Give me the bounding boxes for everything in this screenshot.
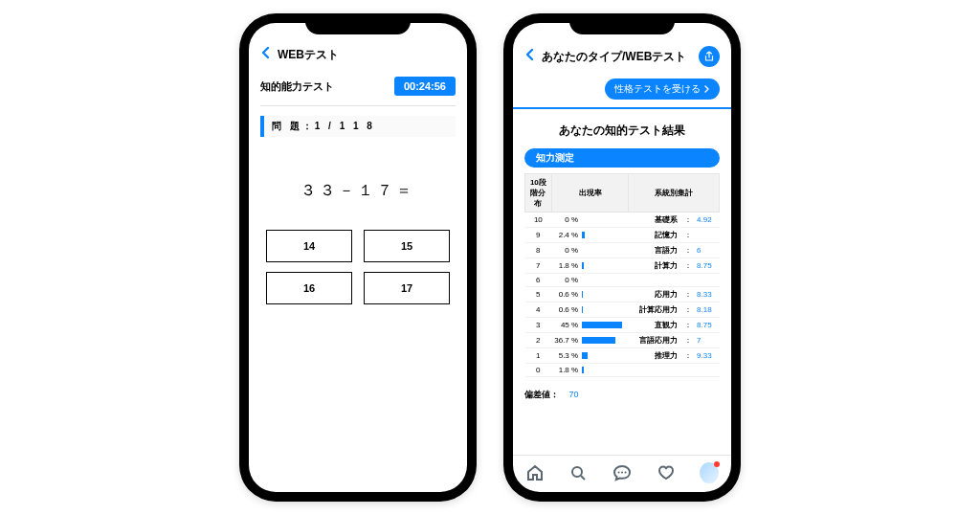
answer-option-2[interactable]: 15 (364, 230, 450, 262)
chevron-right-icon (704, 85, 710, 93)
row-bar (582, 322, 622, 328)
table-row: 71.8 %計算力：8.75 (525, 258, 720, 274)
row-bar-cell (580, 364, 629, 377)
col-rate: 出現率 (551, 174, 629, 213)
row-level: 2 (525, 333, 552, 348)
row-level: 7 (525, 258, 552, 274)
row-sep: ： (681, 302, 695, 318)
row-sep (681, 274, 695, 287)
question-counter: 問 題：1 / 1 1 8 (260, 116, 456, 137)
row-percent: 45 % (551, 318, 580, 333)
row-sep (681, 364, 695, 377)
row-bar-cell (580, 333, 629, 348)
row-bar-cell (580, 302, 629, 318)
back-chevron-icon[interactable] (524, 48, 536, 65)
row-percent: 2.4 % (551, 228, 580, 243)
row-bar-cell (580, 348, 629, 364)
answer-option-3[interactable]: 16 (266, 272, 352, 304)
row-category: 計算応用力 (629, 302, 681, 318)
col-group: 系統別集計 (629, 174, 720, 213)
row-category: 応用力 (629, 287, 681, 302)
personality-test-button[interactable]: 性格テストを受ける (605, 78, 720, 100)
row-level: 3 (525, 318, 552, 333)
share-button[interactable] (699, 46, 720, 67)
home-icon[interactable] (525, 463, 545, 482)
row-percent: 0 % (551, 274, 580, 287)
notch (305, 13, 411, 34)
table-row: 345 %直観力：8.75 (525, 318, 720, 333)
chat-icon[interactable] (612, 463, 632, 482)
search-icon[interactable] (568, 463, 588, 482)
phone-test: WEBテスト 知的能力テスト 00:24:56 問 題：1 / 1 1 8 ３３… (239, 13, 477, 502)
table-row: 01.8 % (525, 364, 720, 377)
row-level: 4 (525, 302, 552, 318)
row-bar (582, 367, 584, 373)
row-sep: ： (681, 348, 695, 364)
answer-option-4[interactable]: 17 (364, 272, 450, 304)
row-category: 基礎系 (629, 213, 681, 228)
screen-test: WEBテスト 知的能力テスト 00:24:56 問 題：1 / 1 1 8 ３３… (249, 23, 467, 492)
back-chevron-icon[interactable] (260, 46, 272, 63)
row-sep: ： (681, 228, 695, 243)
row-value: 9.33 (695, 348, 719, 364)
row-level: 0 (525, 364, 552, 377)
page-title: WEBテスト (278, 47, 339, 63)
heart-icon[interactable] (657, 463, 676, 482)
row-category: 直観力 (629, 318, 681, 333)
row-value: 8.75 (695, 258, 719, 274)
results-title: あなたの知的テスト結果 (513, 109, 731, 148)
row-bar-cell (580, 258, 629, 274)
row-level: 8 (525, 243, 552, 258)
answers-grid: 14 15 16 17 (249, 230, 467, 304)
row-level: 10 (525, 213, 552, 228)
divider (260, 105, 456, 106)
answer-option-1[interactable]: 14 (266, 230, 352, 262)
section-tag: 知力測定 (524, 148, 720, 168)
timer: 00:24:56 (394, 77, 456, 96)
row-percent: 0.6 % (551, 302, 580, 318)
row-category (629, 274, 681, 287)
screen-results: あなたのタイプ/WEBテスト 性格テストを受ける あなたの知的テスト結果 知力測… (513, 23, 731, 492)
table-row: 80 %言語力：6 (525, 243, 720, 258)
row-percent: 0.6 % (551, 287, 580, 302)
row-percent: 1.8 % (551, 364, 580, 377)
table-row: 50.6 %応用力：8.33 (525, 287, 720, 302)
row-category: 言語力 (629, 243, 681, 258)
col-level: 10段階分布 (525, 174, 552, 213)
table-row: 15.3 %推理力：9.33 (525, 348, 720, 364)
row-sep: ： (681, 318, 695, 333)
row-category: 推理力 (629, 348, 681, 364)
row-bar (582, 352, 588, 359)
row-bar (582, 262, 584, 269)
row-category: 計算力 (629, 258, 681, 274)
row-bar-cell (580, 287, 629, 302)
row-value: 7 (695, 333, 719, 348)
table-row: 40.6 %計算応用力：8.18 (525, 302, 720, 318)
tab-bar (513, 455, 731, 492)
row-sep: ： (681, 333, 695, 348)
row-value (695, 274, 719, 287)
row-bar-cell (580, 228, 629, 243)
table-row: 236.7 %言語応用力：7 (525, 333, 720, 348)
deviation-value: 70 (569, 390, 579, 399)
table-row: 100 %基礎系：4.92 (525, 213, 720, 228)
row-sep: ： (681, 287, 695, 302)
test-name: 知的能力テスト (260, 79, 334, 94)
page-title: あなたのタイプ/WEBテスト (542, 49, 686, 65)
phone-results: あなたのタイプ/WEBテスト 性格テストを受ける あなたの知的テスト結果 知力測… (503, 13, 741, 502)
svg-point-0 (572, 467, 582, 477)
results-table: 10段階分布 出現率 系統別集計 100 %基礎系：4.9292.4 %記憶力：… (524, 173, 720, 377)
deviation-row: 偏差値： 70 (524, 385, 720, 401)
row-sep: ： (681, 258, 695, 274)
profile-avatar[interactable] (700, 463, 719, 482)
row-bar-cell (580, 213, 629, 228)
subheader: 知的能力テスト 00:24:56 (249, 71, 467, 101)
row-bar-cell (580, 318, 629, 333)
row-level: 1 (525, 348, 552, 364)
row-level: 5 (525, 287, 552, 302)
row-percent: 1.8 % (551, 258, 580, 274)
row-sep: ： (681, 243, 695, 258)
row-percent: 0 % (551, 243, 580, 258)
row-category: 言語応用力 (629, 333, 681, 348)
notch (569, 13, 675, 34)
